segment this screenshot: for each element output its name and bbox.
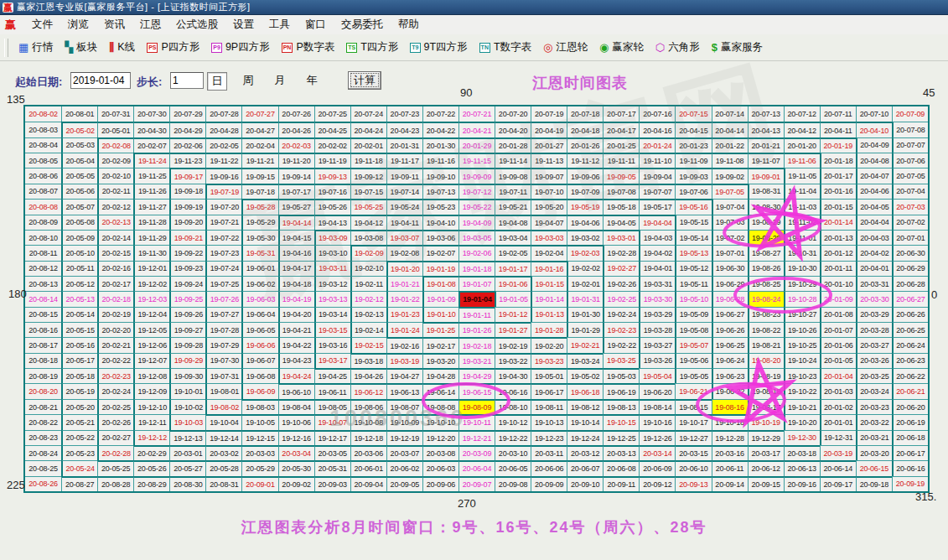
date-cell: 20-03-25: [856, 368, 892, 383]
toolbar-button-9P四方形[interactable]: P99P四方形: [211, 40, 269, 54]
menu-item-资讯[interactable]: 资讯: [96, 16, 132, 34]
date-cell: 19-11-14: [495, 153, 531, 168]
date-cell: 20-03-04: [278, 445, 314, 460]
date-cell: 19-06-04: [241, 307, 277, 322]
date-cell: 20-08-09: [25, 215, 61, 230]
menu-item-工具[interactable]: 工具: [262, 16, 298, 34]
date-cell: 19-06-29: [712, 276, 748, 291]
start-date-input[interactable]: [70, 72, 131, 89]
date-cell: 19-08-26: [748, 261, 784, 276]
period-option-日[interactable]: 日: [207, 72, 227, 91]
date-cell: 19-02-07: [422, 245, 458, 260]
date-cell: 20-01-17: [820, 168, 856, 183]
date-cell: 20-08-25: [25, 460, 61, 475]
date-cell: 19-01-05: [495, 291, 531, 306]
date-cell: 20-05-02: [61, 122, 97, 137]
date-cell: 19-04-05: [603, 215, 639, 230]
date-cell: 20-07-11: [820, 106, 856, 122]
date-cell: 20-06-28: [892, 276, 928, 291]
date-cell: 20-01-10: [820, 276, 856, 291]
date-cell: 20-05-18: [61, 368, 97, 383]
date-cell: 19-04-09: [458, 215, 495, 230]
toolbar-button-江恩轮[interactable]: ◎江恩轮: [543, 40, 588, 54]
date-cell: 20-03-08: [422, 445, 458, 460]
menu-item-交易委托[interactable]: 交易委托: [334, 16, 391, 34]
toolbar-button-T四方形[interactable]: TST四方形: [346, 40, 398, 54]
menu-item-窗口[interactable]: 窗口: [298, 16, 334, 34]
date-cell: 19-10-30: [784, 261, 820, 276]
menu-item-文件[interactable]: 文件: [24, 16, 60, 34]
date-cell: 20-04-05: [856, 199, 892, 214]
date-cell: 19-08-19: [748, 368, 784, 383]
date-cell: 19-06-16: [495, 383, 531, 398]
step-input[interactable]: [170, 72, 204, 89]
period-option-月[interactable]: 月: [271, 72, 289, 89]
toolbar-button-P四方形[interactable]: PSP四方形: [147, 40, 199, 54]
toolbar-button-六角形[interactable]: ⬡六角形: [655, 40, 700, 54]
date-cell: 20-04-22: [422, 122, 458, 137]
date-cell: 20-04-18: [567, 122, 603, 137]
date-cell: 20-03-18: [784, 445, 820, 460]
toolbar-label: 江恩轮: [556, 40, 588, 54]
date-cell: 19-11-29: [133, 230, 169, 245]
toolbar-button-9T四方形[interactable]: T99T四方形: [410, 40, 467, 54]
date-cell: 20-06-03: [422, 460, 458, 475]
toolbar-button-K线[interactable]: ⫼K线: [109, 40, 135, 54]
date-cell: 20-05-22: [61, 430, 97, 445]
toolbar-button-T数字表[interactable]: TNT数字表: [479, 40, 531, 54]
date-cell: 19-05-10: [675, 291, 711, 306]
toolbar-button-P数字表[interactable]: PNP数字表: [282, 40, 335, 54]
t-number-table-icon: TN: [479, 43, 490, 53]
date-cell: 19-10-21: [784, 399, 820, 414]
date-cell: 19-07-19: [205, 184, 241, 199]
toolbar-button-赢家轮[interactable]: ◉赢家轮: [599, 40, 644, 54]
period-option-年[interactable]: 年: [303, 72, 321, 89]
date-cell: 19-01-17: [495, 261, 531, 276]
window-date-cell: 19-01-21: [386, 276, 422, 291]
date-cell: 20-07-21: [458, 106, 495, 122]
date-cell: 19-01-23: [386, 307, 422, 322]
menu-item-浏览[interactable]: 浏览: [60, 16, 96, 34]
date-cell: 20-08-29: [133, 476, 169, 491]
date-cell: 20-09-18: [856, 476, 892, 491]
menu-item-江恩[interactable]: 江恩: [132, 16, 168, 34]
date-cell: 19-07-30: [205, 353, 241, 368]
date-cell: 20-07-17: [603, 106, 639, 122]
date-cell: 20-04-09: [856, 137, 892, 153]
date-cell: 19-04-25: [314, 368, 350, 383]
toolbar-button-行情[interactable]: ▦行情: [18, 40, 53, 54]
date-cell: 19-08-01: [205, 383, 241, 398]
gann-wheel-icon: ◎: [543, 41, 552, 54]
toolbar-button-赢家服务[interactable]: $赢家服务: [712, 40, 763, 54]
date-cell: 20-07-20: [495, 106, 531, 122]
date-cell: 19-12-09: [133, 383, 169, 398]
market-quotes-icon: ▦: [18, 41, 28, 54]
toolbar-button-板块[interactable]: ▚板块: [65, 40, 97, 54]
menu-item-公式选股[interactable]: 公式选股: [168, 16, 225, 34]
date-cell: 19-07-08: [603, 184, 639, 199]
date-cell: 19-07-26: [205, 291, 241, 306]
period-option-周[interactable]: 周: [239, 72, 257, 89]
date-cell: 19-07-12: [458, 184, 495, 199]
date-cell: 20-08-01: [61, 106, 97, 122]
date-cell: 19-12-15: [241, 430, 277, 445]
date-cell: 19-09-26: [169, 307, 205, 322]
date-cell: 19-11-19: [314, 153, 350, 168]
date-cell: 20-04-30: [133, 122, 169, 137]
menu-item-帮助[interactable]: 帮助: [391, 16, 427, 34]
candlestick-icon: ⫼: [109, 41, 114, 54]
date-cell: 20-05-10: [61, 245, 97, 260]
date-cell: 19-04-29: [458, 368, 495, 383]
date-cell: 19-05-23: [422, 199, 458, 214]
date-cell: 19-03-04: [495, 230, 531, 245]
date-cell: 19-06-20: [639, 383, 675, 398]
date-cell: 19-10-20: [784, 414, 820, 429]
calculate-button[interactable]: 计算: [348, 71, 381, 90]
date-cell: 19-07-25: [205, 276, 241, 291]
menu-item-设置[interactable]: 设置: [225, 16, 262, 34]
date-cell: 20-09-07: [458, 476, 495, 491]
date-cell: 20-01-25: [603, 137, 639, 153]
date-cell: 20-01-03: [820, 383, 856, 398]
date-cell: 20-03-26: [856, 353, 892, 368]
date-cell: 20-08-20: [25, 383, 61, 398]
